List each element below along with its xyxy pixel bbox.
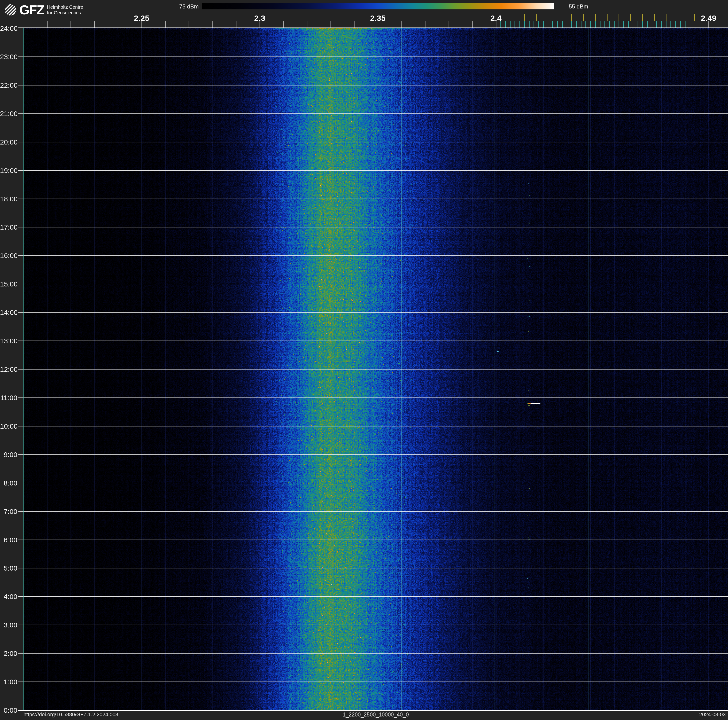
time-label-0:00: 0:00 bbox=[0, 706, 17, 714]
freq-label-2.4: 2.4 bbox=[490, 14, 502, 23]
colorbar-gradient bbox=[202, 3, 554, 9]
footer-dataset-id: 1_2200_2500_10000_40_0 bbox=[343, 712, 408, 718]
time-label-20:00: 20:00 bbox=[0, 138, 17, 146]
time-label-15:00: 15:00 bbox=[0, 280, 17, 288]
gfz-logo: GFZ Helmholtz Centre for Geosciences bbox=[5, 4, 83, 15]
time-label-3:00: 3:00 bbox=[0, 621, 17, 629]
time-label-16:00: 16:00 bbox=[0, 252, 17, 260]
gfz-logo-tagline: Helmholtz Centre for Geosciences bbox=[47, 4, 83, 15]
freq-label-2.3: 2.3 bbox=[254, 14, 265, 23]
time-label-9:00: 9:00 bbox=[0, 451, 17, 459]
freq-label-2.25: 2.25 bbox=[134, 14, 149, 23]
time-label-6:00: 6:00 bbox=[0, 536, 17, 544]
time-label-13:00: 13:00 bbox=[0, 337, 17, 345]
time-label-19:00: 19:00 bbox=[0, 167, 17, 175]
footer-doi-link[interactable]: https://doi.org/10.5880/GFZ.1.2.2024.003 bbox=[23, 712, 118, 718]
time-label-1:00: 1:00 bbox=[0, 678, 17, 686]
time-label-7:00: 7:00 bbox=[0, 507, 17, 516]
spectrogram-canvas bbox=[0, 0, 728, 720]
gfz-logo-icon bbox=[5, 4, 16, 15]
tagline-line2: for Geosciences bbox=[47, 10, 83, 15]
time-label-4:00: 4:00 bbox=[0, 593, 17, 601]
colorbar-max-label: -55 dBm bbox=[567, 3, 588, 10]
time-label-21:00: 21:00 bbox=[0, 110, 17, 118]
time-label-11:00: 11:00 bbox=[0, 394, 17, 402]
tagline-line1: Helmholtz Centre bbox=[47, 4, 83, 10]
footer-date: 2024-03-03 bbox=[699, 712, 726, 718]
time-label-14:00: 14:00 bbox=[0, 308, 17, 317]
time-label-18:00: 18:00 bbox=[0, 195, 17, 203]
time-label-5:00: 5:00 bbox=[0, 564, 17, 572]
time-label-10:00: 10:00 bbox=[0, 422, 17, 430]
freq-label-2.35: 2.35 bbox=[370, 14, 385, 23]
time-label-17:00: 17:00 bbox=[0, 223, 17, 231]
time-label-22:00: 22:00 bbox=[0, 81, 17, 89]
colorbar-min-label: -75 dBm bbox=[152, 3, 199, 10]
spectrogram-page: { "header": { "logo_text": "GFZ", "tagli… bbox=[0, 0, 728, 720]
time-label-12:00: 12:00 bbox=[0, 365, 17, 374]
gfz-logo-text: GFZ bbox=[19, 4, 44, 15]
time-label-8:00: 8:00 bbox=[0, 479, 17, 487]
freq-label-2.49: 2.49 bbox=[701, 14, 716, 23]
time-label-24:00: 24:00 bbox=[0, 25, 17, 32]
time-label-23:00: 23:00 bbox=[0, 53, 17, 61]
time-label-2:00: 2:00 bbox=[0, 650, 17, 657]
